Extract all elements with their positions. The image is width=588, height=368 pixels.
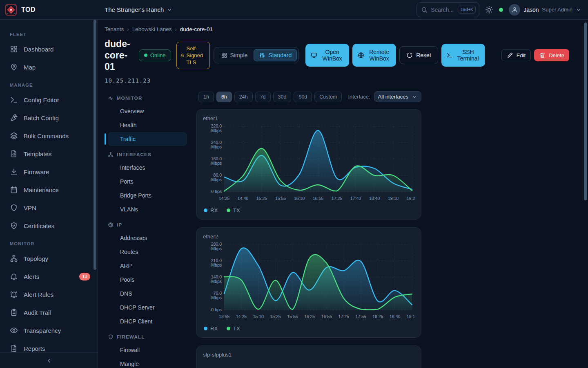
sidebar-item-maintenance[interactable]: Maintenance [0, 181, 98, 199]
subnav-item-mangle[interactable]: Mangle [108, 357, 187, 368]
svg-text:16:25: 16:25 [304, 314, 315, 319]
remote-winbox-button[interactable]: Remote WinBox [352, 44, 396, 67]
sidebar-scrollbar[interactable] [94, 20, 96, 270]
sidebar-item-alerts[interactable]: Alerts13 [0, 267, 98, 285]
button-label: Open WinBox [321, 49, 344, 62]
button-label: Reset [416, 52, 431, 58]
theme-toggle-button[interactable] [485, 6, 493, 14]
traffic-chart-card-sfp-sfpplus1: sfp-sfpplus1 [196, 346, 421, 368]
breadcrumb-tenants[interactable]: Tenants [105, 26, 124, 32]
sidebar-item-label: Config Editor [24, 96, 90, 103]
svg-text:14:25: 14:25 [219, 196, 229, 201]
sidebar-item-label: Bulk Commands [24, 132, 90, 139]
subnav-item-bridge-ports[interactable]: Bridge Ports [108, 188, 187, 202]
sidebar-item-templates[interactable]: Templates [0, 145, 98, 163]
subnav-item-health[interactable]: Health [108, 118, 187, 132]
subnav-item-routes[interactable]: Routes [108, 245, 187, 259]
sidebar-item-config-editor[interactable]: Config Editor [0, 91, 98, 109]
subnav-item-interfaces[interactable]: Interfaces [108, 161, 187, 175]
sidebar-item-batch-config[interactable]: Batch Config [0, 109, 98, 127]
search-input[interactable]: Search... Cmd+K [416, 2, 479, 17]
subnav-item-traffic[interactable]: Traffic [108, 132, 187, 146]
user-icon [512, 7, 518, 13]
topology-icon [10, 254, 18, 263]
view-toggle-simple[interactable]: Simple [216, 49, 253, 61]
tenant-name: The Stranger's Ranch [105, 6, 164, 13]
open-winbox-button[interactable]: Open WinBox [305, 44, 349, 67]
subnav-group-interfaces: INTERFACES [108, 148, 187, 161]
svg-text:18:25: 18:25 [372, 314, 383, 319]
subnav-group-monitor: MONITOR [108, 92, 187, 104]
sidebar-item-label: Topology [24, 255, 90, 262]
bell-icon [10, 272, 18, 280]
svg-text:19:10: 19:10 [388, 196, 399, 201]
subnav-item-dhcp-client[interactable]: DHCP Client [108, 314, 187, 328]
subnav-item-firewall[interactable]: Firewall [108, 343, 187, 357]
legend-label: TX [233, 325, 240, 332]
button-label: SSH Terminal [456, 49, 480, 62]
sidebar-item-transparency[interactable]: Transparency [0, 321, 98, 339]
monitor-icon [311, 52, 317, 58]
page-scrollbar[interactable] [584, 22, 587, 200]
interface-select[interactable]: All interfaces [374, 91, 421, 102]
subnav-item-dns[interactable]: DNS [108, 287, 187, 301]
sidebar-item-firmware[interactable]: Firmware [0, 163, 98, 181]
sidebar-item-dashboard[interactable]: Dashboard [0, 40, 98, 58]
subnav-item-ports[interactable]: Ports [108, 175, 187, 188]
time-range-7d[interactable]: 7d [255, 92, 271, 102]
time-range-90d[interactable]: 90d [294, 92, 312, 102]
svg-text:13:55: 13:55 [219, 314, 229, 319]
delete-button[interactable]: Delete [534, 49, 569, 61]
subnav-item-addresses[interactable]: Addresses [108, 231, 187, 245]
legend-item-rx: RX [204, 325, 218, 332]
sidebar-item-bulk-commands[interactable]: Bulk Commands [0, 127, 98, 145]
svg-text:210.0Mbps: 210.0Mbps [211, 258, 222, 267]
sidebar-item-map[interactable]: Map [0, 58, 98, 76]
sidebar-collapse-button[interactable] [46, 357, 52, 364]
primary-sidebar: FLEETDashboardMapMANAGEConfig EditorBatc… [0, 20, 98, 368]
sidebar-item-label: Firmware [24, 168, 90, 175]
breadcrumb-dude-core-01: dude-core-01 [180, 26, 213, 32]
traffic-chart-card-ether1: ether1320.0Mbps240.0Mbps160.0Mbps80.0Mbp… [196, 109, 421, 220]
subnav-item-arp[interactable]: ARP [108, 259, 187, 273]
sidebar-item-audit-trail[interactable]: Audit Trail [0, 303, 98, 321]
view-mode-toggle: SimpleStandard [214, 47, 299, 63]
time-range-1h[interactable]: 1h [198, 92, 214, 102]
subnav-item-pools[interactable]: Pools [108, 273, 187, 287]
reset-button[interactable]: Reset [399, 46, 438, 64]
time-range-custom[interactable]: Custom [314, 92, 342, 102]
terminal-icon [10, 96, 18, 104]
subnav-item-dhcp-server[interactable]: DHCP Server [108, 301, 187, 314]
alerts-count-badge: 13 [79, 273, 90, 280]
sidebar-item-alert-rules[interactable]: Alert Rules [0, 285, 98, 303]
time-range-30d[interactable]: 30d [273, 92, 292, 102]
view-toggle-standard[interactable]: Standard [254, 49, 297, 61]
svg-text:160.0Mbps: 160.0Mbps [211, 156, 222, 166]
time-range-6h[interactable]: 6h [216, 92, 232, 102]
svg-text:19:25: 19:25 [407, 196, 415, 201]
grid-icon [221, 52, 227, 58]
legend-item-tx: TX [227, 207, 240, 213]
search-icon [421, 7, 428, 13]
subnav-item-overview[interactable]: Overview [108, 104, 187, 118]
time-range-24h[interactable]: 24h [234, 92, 253, 102]
edit-button[interactable]: Edit [501, 49, 531, 61]
legend-label: RX [210, 207, 218, 213]
ssh-terminal-button[interactable]: SSH Terminal [441, 44, 485, 67]
user-menu[interactable]: Jason Super Admin [509, 4, 581, 16]
download-icon [10, 168, 18, 176]
subnav-item-vlans[interactable]: VLANs [108, 202, 187, 216]
tenant-selector[interactable]: The Stranger's Ranch [105, 6, 172, 13]
sidebar-item-label: Alerts [24, 273, 74, 280]
traffic-chart-ether1: 320.0Mbps240.0Mbps160.0Mbps80.0Mbps0 bps… [203, 122, 415, 206]
sidebar-item-certificates[interactable]: Certificates [0, 217, 98, 235]
breadcrumb-lebowski-lanes[interactable]: Lebowski Lanes [132, 26, 172, 32]
sidebar-item-label: Transparency [24, 327, 90, 334]
bell-ring-icon [10, 290, 18, 298]
sidebar-item-topology[interactable]: Topology [0, 249, 98, 267]
sidebar-item-vpn[interactable]: VPN [0, 199, 98, 217]
refresh-icon [406, 52, 413, 58]
page-title: dude-core-01 [105, 38, 136, 72]
breadcrumb-separator: › [127, 26, 129, 32]
traffic-panel: 1h6h24h7d30d90dCustom Interface: All int… [196, 90, 421, 368]
